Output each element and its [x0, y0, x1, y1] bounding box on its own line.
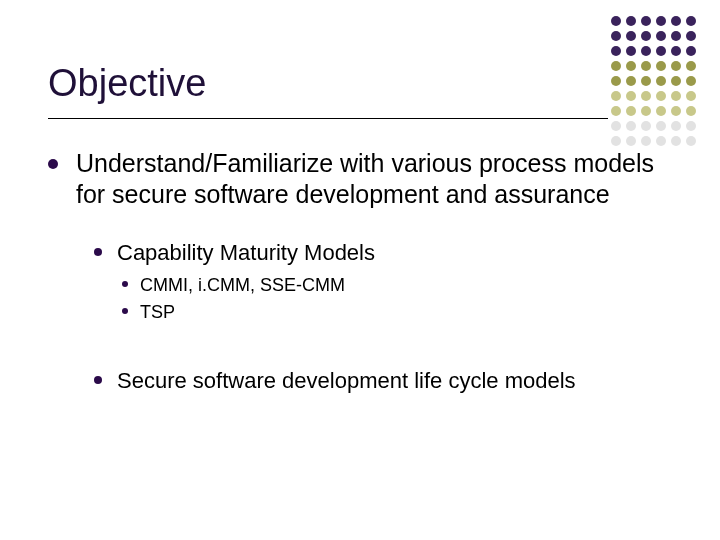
bullet-icon	[122, 308, 128, 314]
slide: Objective Understand/Familiarize with va…	[0, 0, 720, 540]
list-item: Understand/Familiarize with various proc…	[48, 148, 658, 211]
list-item: Capability Maturity Models	[94, 239, 658, 267]
bullet-icon	[122, 281, 128, 287]
list-item: CMMI, i.CMM, SSE-CMM	[122, 274, 658, 297]
title-underline	[48, 118, 608, 119]
decorative-dots-icon	[611, 16, 698, 148]
bullet-icon	[94, 248, 102, 256]
slide-title: Objective	[48, 62, 206, 105]
bullet-icon	[48, 159, 58, 169]
list-item-text: Understand/Familiarize with various proc…	[76, 148, 658, 211]
bullet-icon	[94, 376, 102, 384]
list-item-text: Capability Maturity Models	[117, 239, 658, 267]
list-item-text: Secure software development life cycle m…	[117, 367, 658, 395]
list-item: TSP	[122, 301, 658, 324]
list-item-text: CMMI, i.CMM, SSE-CMM	[140, 274, 658, 297]
sub-sublist: CMMI, i.CMM, SSE-CMM TSP	[122, 274, 658, 323]
list-item: Secure software development life cycle m…	[94, 367, 658, 395]
slide-body: Understand/Familiarize with various proc…	[48, 148, 658, 403]
sublist: Capability Maturity Models CMMI, i.CMM, …	[94, 239, 658, 395]
list-item-text: TSP	[140, 301, 658, 324]
